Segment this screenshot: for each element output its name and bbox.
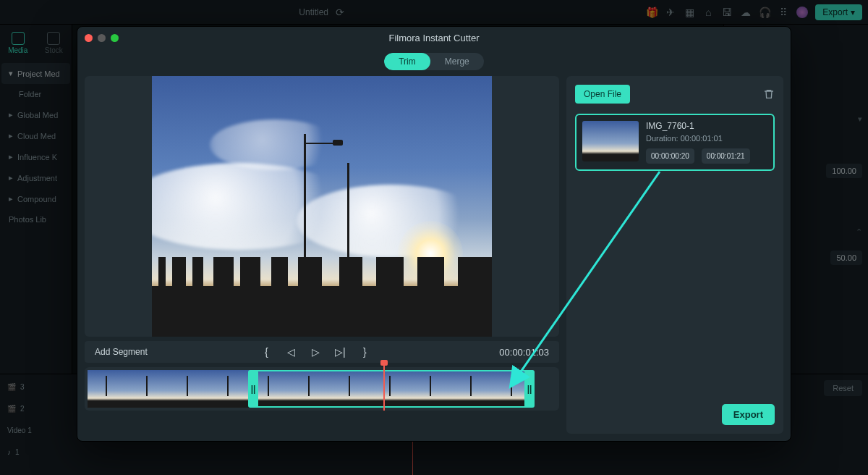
send-icon[interactable]: ✈: [665, 7, 676, 18]
screen-icon[interactable]: ⌂: [702, 7, 714, 18]
preview-frame-image: [152, 76, 492, 337]
track-label-audio1[interactable]: ♪1: [3, 442, 69, 461]
track-label-video3[interactable]: 🎬3: [3, 377, 69, 396]
window-close-icon[interactable]: [85, 34, 93, 42]
modal-segmented-control: Trim Merge: [77, 49, 791, 76]
cloud-icon[interactable]: ☁: [740, 7, 752, 18]
track-label-video2[interactable]: 🎬2: [3, 399, 69, 418]
clip-in-time[interactable]: 00:00:00:20: [646, 148, 694, 164]
tab-trim[interactable]: Trim: [384, 53, 430, 70]
tab-media[interactable]: Media: [3, 29, 33, 57]
media-lib-icon: [12, 32, 25, 45]
modal-title: Filmora Instant Cutter: [77, 33, 791, 43]
back-titlebar: Untitled ⟳ 🎁 ✈ ▦ ⌂ 🖫 ☁ 🎧 ⠿ Export ▾: [0, 0, 868, 25]
chevron-right-icon: ▸: [9, 152, 13, 161]
clip-info: IMG_7760-1 Duration: 00:00:01:01 00:00:0…: [646, 121, 767, 164]
timeline-playhead[interactable]: [383, 363, 385, 411]
clip-name: IMG_7760-1: [646, 121, 767, 131]
timeline-thumb[interactable]: [128, 370, 169, 408]
seek-start-icon[interactable]: {: [260, 346, 272, 358]
gift-icon[interactable]: 🎁: [646, 7, 658, 18]
step-forward-icon[interactable]: ▷|: [334, 346, 346, 358]
sidebar-item-influence[interactable]: ▸Influence K: [1, 146, 70, 167]
timeline-thumb[interactable]: [412, 370, 452, 408]
clip-thumbnail: [582, 121, 639, 161]
modal-right-panel: Open File IMG_7760-1 Duration: 00:00:01:…: [566, 76, 783, 434]
back-export-label: Export: [822, 7, 848, 17]
current-time: 00:00:01:03: [484, 347, 549, 358]
sidebar-item-compound[interactable]: ▸Compound: [1, 188, 70, 209]
instant-cutter-modal: Filmora Instant Cutter Trim Merge: [77, 26, 791, 442]
timeline-thumb[interactable]: [371, 370, 412, 408]
window-traffic-lights: [85, 34, 119, 42]
sidebar-item-cloud-media[interactable]: ▸Cloud Med: [1, 125, 70, 146]
tab-stock[interactable]: Stock: [39, 29, 69, 57]
chevron-down-icon: ▾: [851, 7, 855, 17]
tab-merge[interactable]: Merge: [430, 53, 484, 70]
sidebar-item-global-media[interactable]: ▸Global Med: [1, 104, 70, 125]
clip-out-time[interactable]: 00:00:01:21: [702, 148, 750, 164]
trash-icon[interactable]: [763, 88, 775, 100]
timeline-thumb[interactable]: [452, 370, 493, 408]
seek-end-icon[interactable]: }: [359, 346, 370, 358]
modal-titlebar: Filmora Instant Cutter: [77, 27, 791, 49]
value-50[interactable]: 50.00: [830, 251, 862, 265]
play-icon[interactable]: ▷: [310, 346, 321, 358]
video-track-icon: 🎬: [7, 383, 16, 391]
timeline-thumb[interactable]: [290, 370, 331, 408]
clip-card[interactable]: IMG_7760-1 Duration: 00:00:01:01 00:00:0…: [575, 114, 775, 171]
sidebar-item-photos[interactable]: Photos Lib: [1, 209, 70, 230]
back-export-button[interactable]: Export ▾: [815, 4, 862, 20]
panel1-icon[interactable]: ▦: [684, 7, 695, 18]
reset-button[interactable]: Reset: [824, 380, 862, 396]
timeline-thumb[interactable]: [88, 370, 128, 408]
sidebar-item-folder[interactable]: Folder: [1, 84, 70, 104]
timeline-thumb[interactable]: [331, 370, 371, 408]
stock-icon: [47, 32, 60, 45]
export-button[interactable]: Export: [722, 404, 775, 425]
audio-track-icon: ♪: [7, 448, 11, 456]
back-document-title: Untitled: [299, 7, 328, 17]
chevron-right-icon: ▸: [9, 131, 13, 140]
player-controls: Add Segment { ◁ ▷ ▷| } 00:00:01:03: [85, 341, 559, 363]
step-back-icon[interactable]: ◁: [285, 346, 297, 358]
chevron-right-icon: ▸: [9, 194, 13, 203]
video-track-icon: 🎬: [7, 405, 16, 413]
tab-media-label: Media: [8, 46, 27, 54]
save-icon[interactable]: 🖫: [721, 7, 733, 18]
add-segment-button[interactable]: Add Segment: [95, 347, 148, 357]
track-label-video1[interactable]: Video 1: [3, 421, 69, 440]
tab-stock-label: Stock: [45, 46, 63, 54]
back-left-list: ▾Project Med Folder ▸Global Med ▸Cloud M…: [0, 62, 72, 231]
sidebar-item-project-media[interactable]: ▾Project Med: [1, 63, 70, 84]
value-100[interactable]: 100.00: [826, 164, 862, 178]
sidebar-item-adjustment[interactable]: ▸Adjustment: [1, 167, 70, 188]
open-file-button[interactable]: Open File: [575, 85, 630, 104]
back-timeline-tracks-labels: 🎬3 🎬2 Video 1 ♪1: [0, 374, 72, 475]
chevron-right-icon: ▸: [9, 110, 13, 119]
avatar-icon[interactable]: [796, 7, 808, 18]
window-zoom-icon[interactable]: [111, 34, 119, 42]
thumbnail-strip[interactable]: ||||: [85, 367, 559, 411]
chevron-down-icon[interactable]: ▾: [858, 114, 862, 124]
cloud-status-icon: ⟳: [334, 7, 346, 18]
window-minimize-icon[interactable]: [98, 34, 106, 42]
selection-handle-right[interactable]: ||: [524, 370, 535, 408]
selection-handle-left[interactable]: ||: [248, 370, 258, 408]
timeline-thumb[interactable]: [169, 370, 209, 408]
chevron-right-icon: ▸: [9, 173, 13, 182]
modal-left: Add Segment { ◁ ▷ ▷| } 00:00:01:03 ||||: [85, 76, 559, 434]
headphones-icon[interactable]: 🎧: [759, 7, 770, 18]
preview-player[interactable]: [85, 76, 559, 337]
grid-icon[interactable]: ⠿: [778, 7, 789, 18]
timeline-thumb[interactable]: [209, 370, 250, 408]
expand-up-icon[interactable]: ⌃: [856, 227, 862, 237]
chevron-icon: ▾: [9, 69, 13, 78]
clip-duration: Duration: 00:00:01:01: [646, 134, 767, 143]
